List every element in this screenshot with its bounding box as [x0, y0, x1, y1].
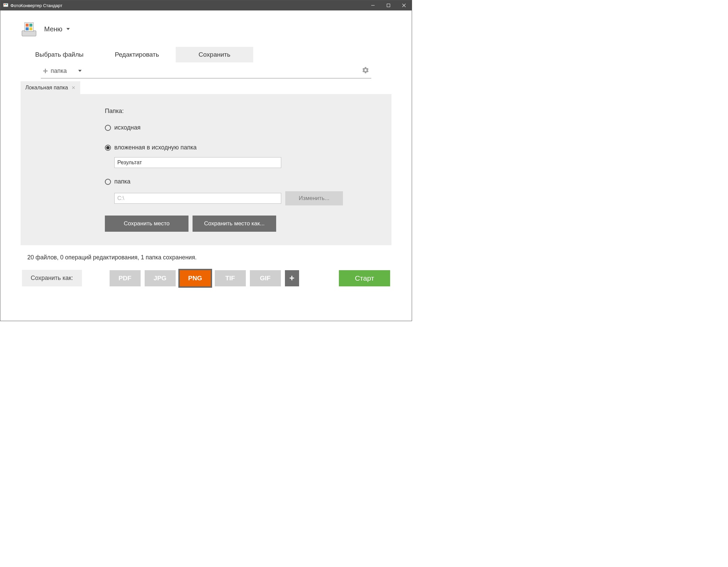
radio-subfolder[interactable]: вложенная в исходную папка — [105, 144, 375, 151]
plus-icon: + — [43, 66, 48, 75]
svg-rect-12 — [29, 27, 32, 30]
format-png-button[interactable]: PNG — [180, 270, 211, 286]
close-button[interactable] — [396, 0, 412, 10]
radio-icon — [105, 145, 111, 151]
svg-rect-4 — [387, 4, 390, 7]
radio-subfolder-label: вложенная в исходную папка — [114, 144, 197, 151]
folder-label: Папка: — [105, 108, 375, 115]
radio-icon — [105, 179, 111, 185]
chevron-down-icon — [78, 70, 82, 72]
format-gif-button[interactable]: GIF — [250, 270, 281, 286]
change-button[interactable]: Изменить... — [285, 191, 343, 205]
tab-select-files[interactable]: Выбрать файлы — [21, 47, 98, 62]
app-titlebar-icon — [3, 3, 8, 8]
format-jpg-button[interactable]: JPG — [145, 270, 176, 286]
chevron-down-icon — [66, 28, 70, 30]
radio-source[interactable]: исходная — [105, 124, 375, 131]
radio-icon — [105, 125, 111, 131]
format-tif-button[interactable]: TIF — [215, 270, 246, 286]
menu-label: Меню — [44, 25, 62, 33]
save-place-button[interactable]: Сохранить место — [105, 216, 188, 232]
svg-rect-9 — [26, 24, 29, 27]
subfolder-input[interactable] — [114, 157, 281, 168]
save-panel: Папка: исходная вложенная в исходную пап… — [21, 94, 391, 245]
add-folder-button[interactable]: + папка — [43, 66, 82, 75]
save-place-as-button[interactable]: Сохранить место как... — [193, 216, 276, 232]
add-folder-label: папка — [51, 67, 67, 75]
status-text: 20 файлов, 0 операций редактирования, 1 … — [0, 245, 412, 265]
plus-icon: + — [289, 273, 294, 283]
svg-rect-1 — [4, 4, 5, 5]
app-logo-icon — [21, 21, 37, 37]
tab-save[interactable]: Сохранить — [176, 47, 253, 62]
main-tabs: Выбрать файлы Редактировать Сохранить — [0, 41, 412, 62]
location-tab-label: Локальная папка — [25, 85, 68, 91]
svg-rect-2 — [6, 4, 7, 5]
folder-path-input[interactable] — [114, 193, 281, 204]
radio-folder-label: папка — [114, 178, 130, 185]
radio-source-label: исходная — [114, 124, 141, 131]
close-icon[interactable]: ✕ — [71, 85, 76, 90]
radio-folder[interactable]: папка — [105, 178, 375, 185]
settings-button[interactable] — [362, 66, 369, 75]
format-pdf-button[interactable]: PDF — [110, 270, 141, 286]
svg-rect-11 — [26, 27, 29, 30]
header: Меню — [0, 10, 412, 41]
svg-rect-10 — [29, 24, 32, 27]
add-format-button[interactable]: + — [285, 270, 299, 286]
tab-edit[interactable]: Редактировать — [98, 47, 176, 62]
save-as-label: Сохранить как: — [22, 270, 82, 286]
bottom-bar: Сохранить как: PDF JPG PNG TIF GIF + Ста… — [0, 265, 412, 293]
start-button[interactable]: Старт — [339, 270, 390, 286]
window-title: ФотоКонвертер Стандарт — [10, 3, 62, 8]
location-tab[interactable]: Локальная папка ✕ — [21, 81, 80, 94]
maximize-button[interactable] — [381, 0, 396, 10]
minimize-button[interactable] — [365, 0, 381, 10]
menu-button[interactable]: Меню — [44, 25, 70, 33]
titlebar: ФотоКонвертер Стандарт — [0, 0, 412, 10]
toolbar: + папка — [41, 62, 371, 79]
